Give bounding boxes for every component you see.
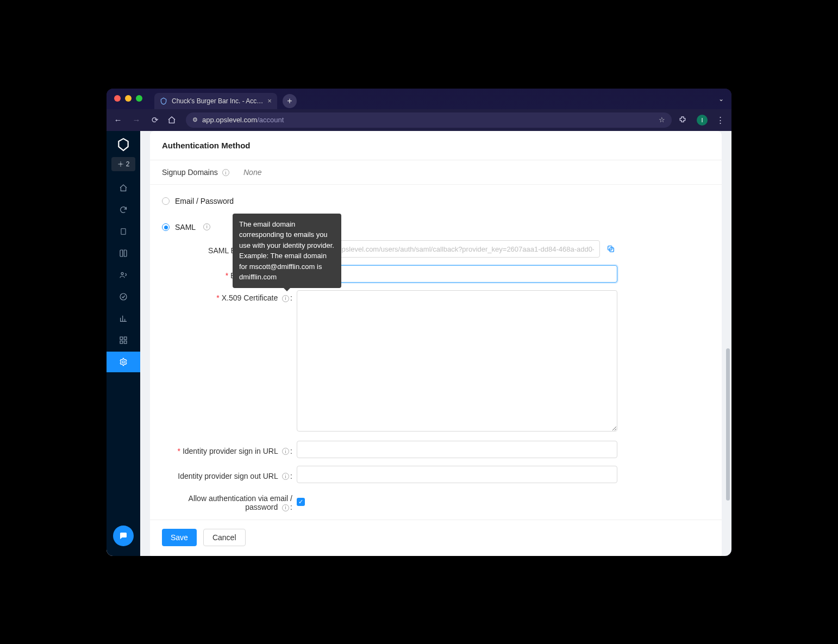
svg-point-0 <box>120 163 121 165</box>
allow-email-checkbox[interactable]: ✓ <box>297 498 305 506</box>
app-area: 2 Authentication Method Signup Domains i <box>107 131 731 556</box>
window-maximize-button[interactable] <box>136 95 142 102</box>
site-settings-icon[interactable]: ⚙ <box>192 116 198 123</box>
svg-rect-5 <box>124 337 127 340</box>
tabs-menu-button[interactable]: ⌄ <box>718 95 724 103</box>
field-label: *Identity provider sign in URL i: <box>162 443 297 456</box>
svg-rect-6 <box>120 341 123 343</box>
radio-icon <box>162 223 170 231</box>
nav-home[interactable] <box>107 178 140 198</box>
url-text: app.opslevel.com/account <box>202 116 654 124</box>
endpoint-url-input[interactable] <box>297 240 600 258</box>
cancel-button[interactable]: Cancel <box>203 529 246 546</box>
svg-rect-7 <box>124 341 127 343</box>
sidebar-badge[interactable]: 2 <box>111 157 135 171</box>
window-minimize-button[interactable] <box>125 95 132 102</box>
tab-strip: Chuck's Burger Bar Inc. - Acc… × + ⌄ <box>107 89 731 109</box>
nav-settings[interactable] <box>107 352 140 372</box>
signout-url-input[interactable] <box>297 466 617 483</box>
home-button[interactable] <box>167 116 179 124</box>
bookmark-star-icon[interactable]: ☆ <box>659 116 665 124</box>
info-icon[interactable]: i <box>282 504 289 511</box>
new-tab-button[interactable]: + <box>283 94 297 108</box>
field-allow-email: Allow authentication via email / passwor… <box>162 491 710 512</box>
form-actions: Save Cancel <box>150 520 722 546</box>
profile-avatar[interactable]: I <box>697 115 708 126</box>
nav-reports[interactable] <box>107 308 140 329</box>
signup-domains-row: Signup Domains i None <box>150 160 722 185</box>
window-controls <box>114 95 142 102</box>
browser-tab[interactable]: Chuck's Burger Bar Inc. - Acc… × <box>154 93 277 109</box>
back-button[interactable]: ← <box>112 115 124 124</box>
tab-close-button[interactable]: × <box>267 97 272 104</box>
field-cert: *X.509 Certificate i: <box>162 290 710 433</box>
chat-widget-button[interactable] <box>113 526 134 546</box>
browser-window: Chuck's Burger Bar Inc. - Acc… × + ⌄ ← →… <box>107 89 731 556</box>
reload-button[interactable]: ⟳ <box>149 115 161 125</box>
svg-point-3 <box>120 293 127 300</box>
tab-favicon <box>160 97 167 105</box>
nav-services[interactable] <box>107 221 140 242</box>
extensions-button[interactable] <box>678 116 690 124</box>
svg-rect-4 <box>120 337 123 340</box>
window-close-button[interactable] <box>114 95 121 102</box>
browser-toolbar: ← → ⟳ ⚙ app.opslevel.com/account ☆ I ⋮ <box>107 109 731 131</box>
nav-checks[interactable] <box>107 286 140 307</box>
svg-point-8 <box>122 361 124 363</box>
info-icon[interactable]: i <box>203 223 210 230</box>
radio-icon <box>162 197 170 205</box>
svg-rect-1 <box>121 228 126 234</box>
nav-sync[interactable] <box>107 199 140 220</box>
svg-point-2 <box>121 272 123 274</box>
field-signout-url: Identity provider sign out URL i: <box>162 466 710 483</box>
tab-title: Chuck's Burger Bar Inc. - Acc… <box>172 97 263 105</box>
nav-integrations[interactable] <box>107 330 140 351</box>
address-bar[interactable]: ⚙ app.opslevel.com/account ☆ <box>186 112 672 128</box>
info-icon[interactable]: i <box>222 169 229 176</box>
email-domain-tooltip: The email domain corresponding to emails… <box>233 214 341 288</box>
auth-method-card: Authentication Method Signup Domains i N… <box>150 131 722 556</box>
info-icon[interactable]: i <box>282 448 289 455</box>
save-button[interactable]: Save <box>162 529 197 546</box>
field-label: *X.509 Certificate i: <box>162 290 297 303</box>
info-icon[interactable]: i <box>282 473 289 480</box>
nav-users[interactable] <box>107 265 140 285</box>
card-title: Authentication Method <box>150 131 722 160</box>
scrollbar-thumb[interactable] <box>726 348 730 501</box>
app-logo[interactable] <box>115 136 132 153</box>
cert-textarea[interactable] <box>297 290 617 432</box>
signup-domains-label: Signup Domains i <box>162 168 243 177</box>
content-area: Authentication Method Signup Domains i N… <box>140 131 731 556</box>
info-icon[interactable]: i <box>282 295 289 302</box>
forward-button[interactable]: → <box>130 115 142 124</box>
copy-button[interactable] <box>604 242 617 255</box>
signup-domains-value: None <box>243 168 261 177</box>
app-sidebar: 2 <box>107 131 140 556</box>
auth-method-email-password[interactable]: Email / Password <box>150 185 722 217</box>
field-label: Allow authentication via email / passwor… <box>162 491 297 512</box>
browser-menu-button[interactable]: ⋮ <box>714 115 726 125</box>
signin-url-input[interactable] <box>297 441 617 458</box>
email-domain-input[interactable] <box>297 265 617 283</box>
nav-docs[interactable] <box>107 243 140 264</box>
field-label: Identity provider sign out URL i: <box>162 468 297 481</box>
scrollbar-track[interactable] <box>724 131 731 555</box>
field-signin-url: *Identity provider sign in URL i: <box>162 441 710 458</box>
